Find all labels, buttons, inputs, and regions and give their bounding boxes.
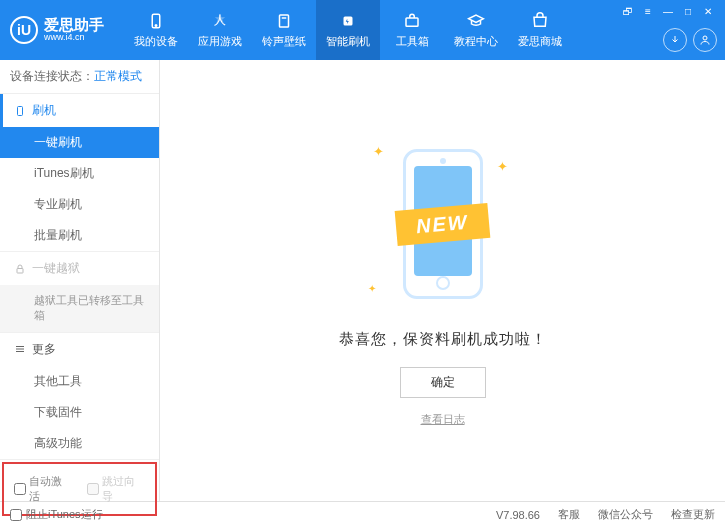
nav-ringtones[interactable]: 铃声壁纸 <box>252 0 316 60</box>
sidebar-item-itunes-flash[interactable]: iTunes刷机 <box>0 158 159 189</box>
store-icon <box>530 11 550 31</box>
nav-apps-games[interactable]: 人 应用游戏 <box>188 0 252 60</box>
sidebar-more-header[interactable]: 更多 <box>0 333 159 366</box>
wechat-link[interactable]: 微信公众号 <box>598 507 653 522</box>
sidebar-item-batch-flash[interactable]: 批量刷机 <box>0 220 159 251</box>
flash-icon <box>338 11 358 31</box>
view-log-link[interactable]: 查看日志 <box>421 412 465 427</box>
list-icon <box>14 343 26 355</box>
nav-label: 铃声壁纸 <box>262 34 306 49</box>
nav-tutorials[interactable]: 教程中心 <box>444 0 508 60</box>
main-nav: 我的设备 人 应用游戏 铃声壁纸 智能刷机 工具箱 <box>124 0 572 60</box>
svg-point-1 <box>155 25 157 27</box>
check-update-link[interactable]: 检查更新 <box>671 507 715 522</box>
nav-smart-flash[interactable]: 智能刷机 <box>316 0 380 60</box>
sidebar-jailbreak-header[interactable]: 一键越狱 <box>0 252 159 285</box>
sidebar-item-download-firmware[interactable]: 下载固件 <box>0 397 159 428</box>
connection-status: 设备连接状态：正常模式 <box>0 60 159 94</box>
jailbreak-note: 越狱工具已转移至工具箱 <box>0 285 159 332</box>
skip-guide-checkbox[interactable]: 跳过向导 <box>87 474 146 504</box>
app-header: iU 爱思助手 www.i4.cn 我的设备 人 应用游戏 铃声壁纸 <box>0 0 725 60</box>
app-url: www.i4.cn <box>44 33 104 43</box>
menu-icon[interactable]: 🗗 <box>619 4 637 18</box>
nav-label: 教程中心 <box>454 34 498 49</box>
minimize-icon[interactable]: — <box>659 4 677 18</box>
nav-my-device[interactable]: 我的设备 <box>124 0 188 60</box>
success-message: 恭喜您，保资料刷机成功啦！ <box>339 330 547 349</box>
sidebar-item-pro-flash[interactable]: 专业刷机 <box>0 189 159 220</box>
apps-icon: 人 <box>210 11 230 31</box>
ok-button[interactable]: 确定 <box>400 367 486 398</box>
svg-rect-9 <box>17 268 23 273</box>
nav-label: 爱思商城 <box>518 34 562 49</box>
nav-label: 我的设备 <box>134 34 178 49</box>
sidebar-label: 一键越狱 <box>32 260 80 277</box>
tutorial-icon <box>466 11 486 31</box>
nav-label: 应用游戏 <box>198 34 242 49</box>
user-button[interactable] <box>693 28 717 52</box>
customer-service-link[interactable]: 客服 <box>558 507 580 522</box>
close-icon[interactable]: ✕ <box>699 4 717 18</box>
sidebar-flash-header[interactable]: 刷机 <box>0 94 159 127</box>
block-itunes-checkbox[interactable]: 阻止iTunes运行 <box>10 507 103 522</box>
sidebar-item-oneclick-flash[interactable]: 一键刷机 <box>0 127 159 158</box>
nav-store[interactable]: 爱思商城 <box>508 0 572 60</box>
logo-icon: iU <box>10 16 38 44</box>
nav-label: 智能刷机 <box>326 34 370 49</box>
svg-text:人: 人 <box>214 13 226 27</box>
ringtone-icon <box>274 11 294 31</box>
sidebar: 设备连接状态：正常模式 刷机 一键刷机 iTunes刷机 专业刷机 批量刷机 一… <box>0 60 160 501</box>
lock-icon <box>14 263 26 275</box>
download-button[interactable] <box>663 28 687 52</box>
main-content: ✦ ✦ ✦ NEW 恭喜您，保资料刷机成功啦！ 确定 查看日志 <box>160 60 725 501</box>
window-controls: 🗗 ≡ — □ ✕ <box>619 0 717 18</box>
list-icon[interactable]: ≡ <box>639 4 657 18</box>
svg-rect-8 <box>18 106 23 115</box>
sidebar-label: 刷机 <box>32 102 56 119</box>
maximize-icon[interactable]: □ <box>679 4 697 18</box>
sidebar-item-advanced[interactable]: 高级功能 <box>0 428 159 459</box>
new-badge: NEW <box>395 203 490 246</box>
app-title: 爱思助手 <box>44 17 104 34</box>
toolbox-icon <box>402 11 422 31</box>
logo-area: iU 爱思助手 www.i4.cn <box>10 16 104 44</box>
nav-label: 工具箱 <box>396 34 429 49</box>
sidebar-label: 更多 <box>32 341 56 358</box>
device-small-icon <box>14 105 26 117</box>
auto-activate-checkbox[interactable]: 自动激活 <box>14 474 73 504</box>
svg-point-7 <box>703 36 707 40</box>
nav-toolbox[interactable]: 工具箱 <box>380 0 444 60</box>
device-icon <box>146 11 166 31</box>
version-label: V7.98.66 <box>496 509 540 521</box>
svg-rect-6 <box>406 18 418 26</box>
svg-rect-3 <box>280 15 289 27</box>
success-illustration: ✦ ✦ ✦ NEW <box>343 134 543 314</box>
sidebar-item-other-tools[interactable]: 其他工具 <box>0 366 159 397</box>
